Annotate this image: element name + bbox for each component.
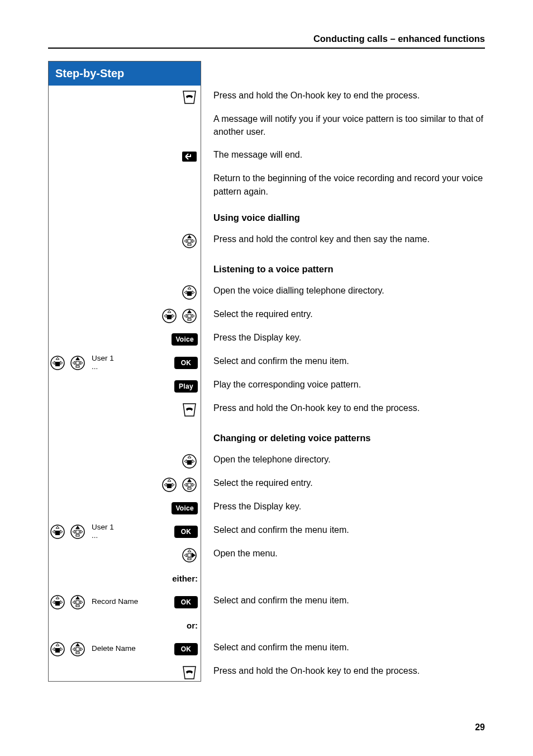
- step-text: Select and confirm the menu item.: [201, 523, 485, 536]
- step-sidebar: Step-by-Step: [48, 61, 201, 682]
- step-text: Select the required entry.: [201, 476, 485, 489]
- heading-change-delete: Changing or deleting voice patterns: [213, 432, 485, 445]
- step-text: Return to the beginning of the voice rec…: [201, 172, 485, 197]
- step-text: Open the menu.: [201, 547, 485, 560]
- running-header: Conducting calls – enhanced functions: [48, 34, 485, 49]
- step-text: A message will notify you if your voice …: [201, 112, 485, 138]
- step-text: The message will end.: [201, 148, 485, 161]
- step-text: Press and hold the On-hook key to end th…: [201, 89, 485, 102]
- step-text: Select and confirm the menu item.: [201, 641, 485, 654]
- step-text: Select the required entry.: [201, 308, 485, 320]
- page: Conducting calls – enhanced functions St…: [0, 0, 533, 756]
- step-text: Select and confirm the menu item.: [201, 594, 485, 607]
- heading-listening-pattern: Listening to a voice pattern: [213, 263, 485, 276]
- sidebar-title: Step-by-Step: [49, 62, 201, 86]
- step-text: Press and hold the On-hook key to end th…: [201, 664, 485, 677]
- heading-using-voice: Using voice dialling: [213, 211, 485, 225]
- page-number: 29: [475, 722, 485, 733]
- step-text: Open the voice dialling telephone direct…: [201, 284, 485, 297]
- step-text: Play the corresponding voice pattern.: [201, 378, 485, 391]
- step-text: Open the telephone directory.: [201, 453, 485, 466]
- step-text: Press and hold the On-hook key to end th…: [201, 401, 485, 414]
- step-text: Press the Display key.: [201, 500, 485, 513]
- step-text: Press the Display key.: [201, 331, 485, 344]
- step-text: Select and confirm the menu item.: [201, 355, 485, 367]
- step-text: Press and hold the control key and then …: [201, 233, 485, 245]
